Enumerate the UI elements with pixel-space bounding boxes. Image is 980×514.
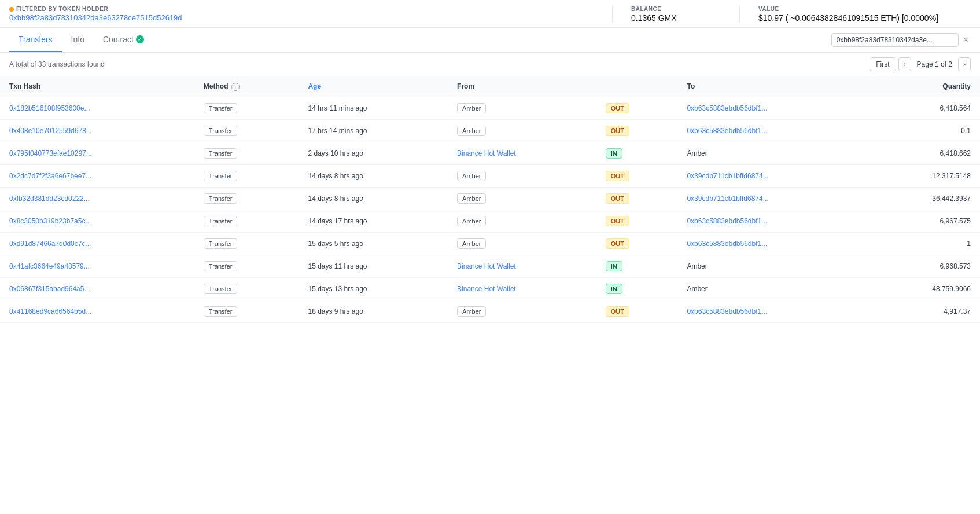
from-link[interactable]: Binance Hot Wallet	[457, 262, 516, 270]
from-cell: Amber	[448, 97, 596, 119]
from-cell: Amber	[448, 210, 596, 232]
direction-badge: OUT	[606, 216, 629, 226]
from-cell: Amber	[448, 232, 596, 255]
age-cell: 14 hrs 11 mins ago	[299, 97, 448, 119]
col-age[interactable]: Age	[299, 76, 448, 97]
to-link[interactable]: 0xb63c5883ebdb56dbf1...	[687, 127, 767, 135]
age-cell: 14 days 17 hrs ago	[299, 210, 448, 232]
direction-badge: OUT	[606, 171, 629, 181]
from-link[interactable]: Binance Hot Wallet	[457, 149, 516, 157]
txn-hash-link[interactable]: 0x41168ed9ca66564b5d...	[9, 307, 91, 315]
txn-hash-link[interactable]: 0x408e10e7012559d678...	[9, 127, 92, 135]
from-badge: Amber	[457, 103, 486, 113]
filter-input-wrapper: ×	[831, 33, 971, 47]
quantity-cell: 6,418.662	[870, 142, 980, 164]
tabs: Transfers Info Contract ✓	[9, 28, 153, 52]
txn-hash-link[interactable]: 0x795f040773efae10297...	[9, 149, 92, 157]
to-link[interactable]: 0xb63c5883ebdb56dbf1...	[687, 240, 767, 248]
txn-hash-cell: 0x8c3050b319b23b7a5c...	[0, 210, 194, 232]
txn-hash-cell: 0x06867f315abad964a5...	[0, 277, 194, 300]
txn-hash-cell: 0x41168ed9ca66564b5d...	[0, 300, 194, 322]
transactions-count: A total of 33 transactions found	[9, 60, 105, 68]
txn-hash-link[interactable]: 0x8c3050b319b23b7a5c...	[9, 217, 91, 225]
to-link[interactable]: 0xb63c5883ebdb56dbf1...	[687, 217, 767, 225]
table-row: 0xfb32d381dd23cd0222...Transfer14 days 8…	[0, 187, 980, 210]
txn-hash-cell: 0xfb32d381dd23cd0222...	[0, 187, 194, 210]
txn-hash-link[interactable]: 0x41afc3664e49a48579...	[9, 262, 90, 270]
txn-hash-link[interactable]: 0x182b516108f953600e...	[9, 104, 90, 112]
method-cell: Transfer	[194, 164, 299, 187]
method-cell: Transfer	[194, 210, 299, 232]
quantity-cell: 36,442.3937	[870, 187, 980, 210]
filter-dot	[9, 7, 14, 12]
table-row: 0x182b516108f953600e...Transfer14 hrs 11…	[0, 97, 980, 119]
to-link[interactable]: 0xb63c5883ebdb56dbf1...	[687, 307, 767, 315]
first-page-button[interactable]: First	[870, 57, 896, 71]
tab-transfers[interactable]: Transfers	[9, 28, 62, 52]
prev-page-button[interactable]: ‹	[898, 57, 911, 71]
balance-label: BALANCE	[631, 6, 716, 12]
from-cell: Binance Hot Wallet	[448, 277, 596, 300]
txn-hash-link[interactable]: 0xd91d87466a7d0d0c7c...	[9, 240, 91, 248]
verified-icon: ✓	[136, 35, 144, 43]
direction-badge: IN	[606, 284, 622, 294]
to-cell: Amber	[677, 255, 870, 277]
quantity-cell: 12,317.5148	[870, 164, 980, 187]
method-cell: Transfer	[194, 300, 299, 322]
direction-badge: IN	[606, 148, 622, 159]
direction-badge: IN	[606, 261, 622, 271]
from-badge: Amber	[457, 193, 486, 204]
method-cell: Transfer	[194, 255, 299, 277]
col-direction	[596, 76, 678, 97]
method-cell: Transfer	[194, 142, 299, 164]
method-cell: Transfer	[194, 232, 299, 255]
filter-address[interactable]: 0xbb98f2a83d78310342da3e63278ce7515d5261…	[9, 13, 182, 22]
to-link[interactable]: 0x39cdb711cb1bffd6874...	[687, 194, 768, 203]
quantity-cell: 4,917.37	[870, 300, 980, 322]
table-row: 0x795f040773efae10297...Transfer2 days 1…	[0, 142, 980, 164]
direction-cell: IN	[596, 255, 678, 277]
method-cell: Transfer	[194, 277, 299, 300]
next-page-button[interactable]: ›	[958, 57, 971, 71]
to-link[interactable]: 0xb63c5883ebdb56dbf1...	[687, 104, 767, 112]
age-cell: 14 days 8 hrs ago	[299, 164, 448, 187]
method-badge: Transfer	[204, 261, 238, 271]
table-header-row: A total of 33 transactions found First ‹…	[0, 53, 980, 76]
direction-cell: OUT	[596, 300, 678, 322]
method-badge: Transfer	[204, 193, 238, 204]
method-info-icon[interactable]: i	[231, 83, 240, 91]
txn-hash-link[interactable]: 0x2dc7d7f2f3a6e67bee7...	[9, 172, 91, 180]
to-link[interactable]: 0x39cdb711cb1bffd6874...	[687, 172, 768, 180]
quantity-cell: 6,967.575	[870, 210, 980, 232]
tab-contract[interactable]: Contract ✓	[94, 28, 153, 52]
txn-hash-link[interactable]: 0x06867f315abad964a5...	[9, 285, 90, 293]
age-cell: 2 days 10 hrs ago	[299, 142, 448, 164]
txn-hash-link[interactable]: 0xfb32d381dd23cd0222...	[9, 194, 90, 203]
direction-cell: OUT	[596, 187, 678, 210]
pagination: First ‹ Page 1 of 2 ›	[870, 57, 971, 71]
txn-hash-cell: 0x795f040773efae10297...	[0, 142, 194, 164]
quantity-cell: 1	[870, 232, 980, 255]
transactions-table: Txn Hash Method i Age From To Quantity 0…	[0, 76, 980, 323]
value-text: $10.97 ( ~0.00643828461091515 ETH) [0.00…	[758, 13, 971, 23]
direction-cell: OUT	[596, 119, 678, 142]
txn-hash-cell: 0x408e10e7012559d678...	[0, 119, 194, 142]
method-cell: Transfer	[194, 119, 299, 142]
clear-filter-button[interactable]: ×	[961, 34, 971, 46]
from-link[interactable]: Binance Hot Wallet	[457, 285, 516, 293]
from-badge: Amber	[457, 216, 486, 226]
tabs-row: Transfers Info Contract ✓ ×	[0, 28, 980, 53]
from-cell: Binance Hot Wallet	[448, 255, 596, 277]
table-row: 0xd91d87466a7d0d0c7c...Transfer15 days 5…	[0, 232, 980, 255]
direction-cell: IN	[596, 142, 678, 164]
to-cell: 0xb63c5883ebdb56dbf1...	[677, 300, 870, 322]
filter-label: FILTERED BY TOKEN HOLDER	[9, 6, 589, 12]
table-row: 0x06867f315abad964a5...Transfer15 days 1…	[0, 277, 980, 300]
tab-info[interactable]: Info	[62, 28, 94, 52]
direction-badge: OUT	[606, 193, 629, 204]
quantity-cell: 48,759.9066	[870, 277, 980, 300]
method-badge: Transfer	[204, 238, 238, 249]
value-block: VALUE $10.97 ( ~0.00643828461091515 ETH)…	[739, 6, 971, 23]
filter-address-input[interactable]	[831, 33, 959, 47]
to-text: Amber	[687, 262, 707, 270]
